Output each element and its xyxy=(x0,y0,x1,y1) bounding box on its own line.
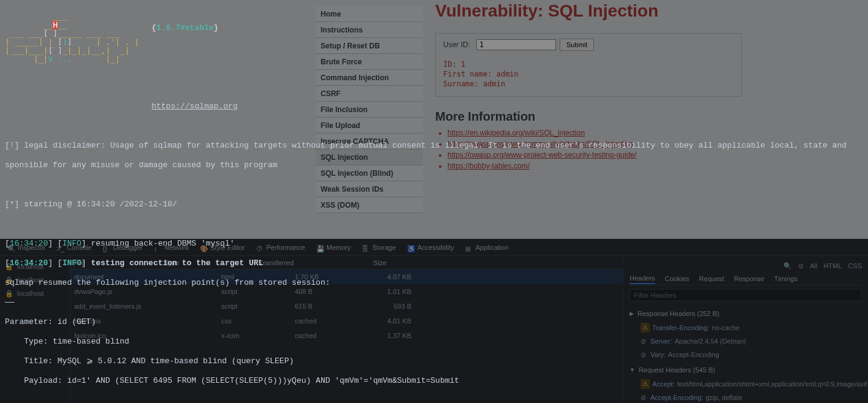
legal-disclaimer: [!] legal disclaimer: Usage of sqlmap fo… xyxy=(5,141,863,151)
terminal-output: ___ __H__ ___ ___[']_____ ___ ___| _____… xyxy=(0,0,868,403)
sqlmap-ascii-logo: ___ __H__ ___ ___[']_____ ___ ___| _____… xyxy=(5,12,139,64)
sqlmap-url-link[interactable]: https://sqlmap.org xyxy=(151,102,237,111)
